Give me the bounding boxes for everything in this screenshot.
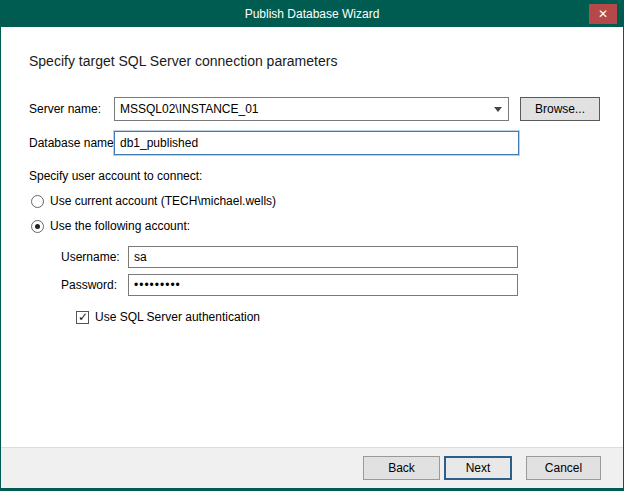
radio-icon[interactable]: [31, 220, 44, 233]
chevron-down-icon: [488, 98, 508, 120]
back-button[interactable]: Back: [363, 456, 440, 480]
browse-button[interactable]: Browse...: [520, 97, 600, 121]
cancel-button[interactable]: Cancel: [526, 456, 601, 480]
password-input[interactable]: [128, 274, 518, 296]
title-bar[interactable]: Publish Database Wizard ✕: [1, 1, 623, 27]
close-icon[interactable]: ✕: [589, 4, 617, 24]
radio-use-current-account[interactable]: Use current account (TECH\michael.wells): [31, 193, 276, 209]
footer-bar: Back Next Cancel: [1, 447, 623, 488]
radio-icon[interactable]: [31, 195, 44, 208]
username-label: Username:: [61, 246, 120, 268]
password-label: Password:: [61, 274, 117, 296]
username-input[interactable]: [128, 246, 518, 268]
server-name-value: MSSQL02\INSTANCE_01: [115, 102, 488, 116]
radio-use-following-account[interactable]: Use the following account:: [31, 218, 190, 234]
page-title: Specify target SQL Server connection par…: [29, 53, 337, 69]
sql-auth-checkbox-label: Use SQL Server authentication: [95, 310, 260, 324]
publish-database-wizard-dialog: Publish Database Wizard ✕ Specify target…: [0, 0, 624, 491]
database-name-input[interactable]: [114, 131, 519, 155]
radio-use-following-account-label: Use the following account:: [50, 219, 190, 233]
sql-auth-checkbox-row[interactable]: Use SQL Server authentication: [76, 309, 260, 325]
next-button[interactable]: Next: [444, 456, 512, 480]
radio-use-current-account-label: Use current account (TECH\michael.wells): [50, 194, 276, 208]
database-name-label: Database name:: [29, 131, 117, 155]
server-name-combobox[interactable]: MSSQL02\INSTANCE_01: [114, 97, 509, 121]
server-name-label: Server name:: [29, 97, 101, 121]
account-section-label: Specify user account to connect:: [29, 169, 202, 183]
window-title: Publish Database Wizard: [245, 7, 380, 21]
checkbox-icon[interactable]: [76, 311, 89, 324]
